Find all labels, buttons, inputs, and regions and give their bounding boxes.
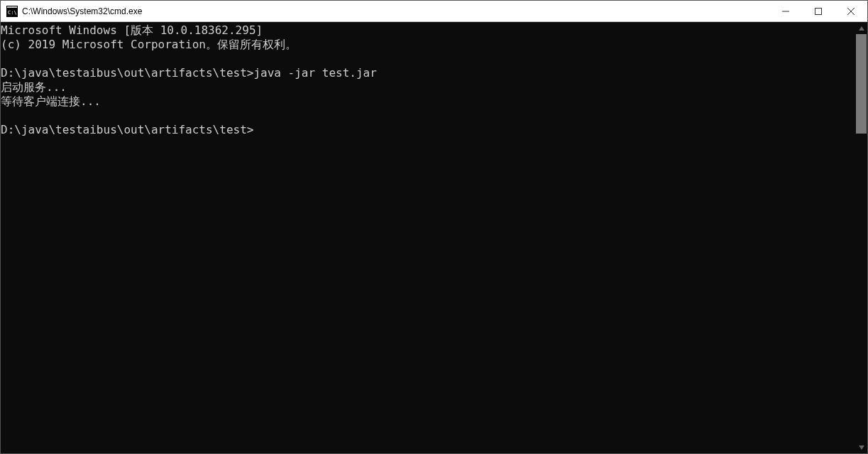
terminal-line — [1, 109, 855, 123]
terminal-line: 启动服务... — [1, 80, 855, 94]
svg-text:C:\: C:\ — [8, 10, 17, 16]
scroll-up-button[interactable] — [855, 22, 867, 34]
titlebar[interactable]: C:\ C:\Windows\System32\cmd.exe — [1, 1, 867, 22]
app-window: C:\ C:\Windows\System32\cmd.exe Microsof… — [0, 0, 868, 454]
terminal-line: (c) 2019 Microsoft Corporation。保留所有权利。 — [1, 38, 855, 52]
terminal-output[interactable]: Microsoft Windows [版本 10.0.18362.295](c)… — [1, 22, 855, 453]
scroll-down-button[interactable] — [855, 441, 867, 453]
scrollbar-track[interactable] — [855, 34, 867, 441]
svg-rect-4 — [815, 8, 822, 14]
scrollbar-thumb[interactable] — [856, 34, 867, 134]
terminal-line — [1, 52, 855, 66]
window-title: C:\Windows\System32\cmd.exe — [22, 6, 769, 16]
client-area: Microsoft Windows [版本 10.0.18362.295](c)… — [1, 22, 867, 453]
maximize-button[interactable] — [802, 1, 835, 21]
minimize-button[interactable] — [769, 1, 802, 21]
svg-marker-7 — [859, 26, 864, 31]
terminal-line: D:\java\testaibus\out\artifacts\test>jav… — [1, 66, 855, 80]
terminal-line: 等待客户端连接... — [1, 94, 855, 109]
svg-rect-1 — [7, 6, 17, 8]
cmd-icon: C:\ — [6, 6, 18, 17]
close-button[interactable] — [835, 1, 867, 21]
svg-marker-8 — [859, 445, 864, 450]
window-controls — [769, 1, 867, 21]
vertical-scrollbar[interactable] — [855, 22, 867, 453]
terminal-line: D:\java\testaibus\out\artifacts\test> — [1, 123, 855, 137]
terminal-line: Microsoft Windows [版本 10.0.18362.295] — [1, 23, 855, 38]
